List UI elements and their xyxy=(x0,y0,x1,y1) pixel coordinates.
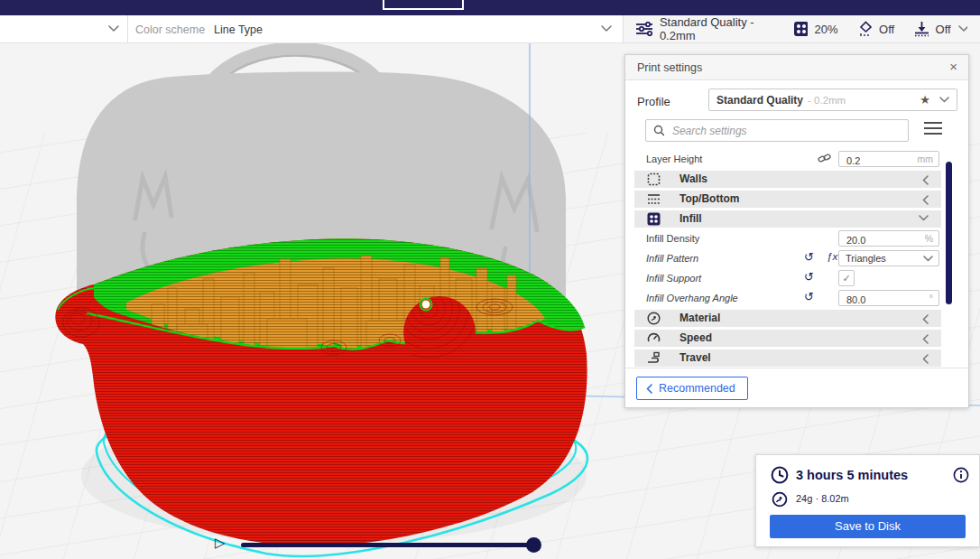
print-time-estimate: 3 hours 5 minutes xyxy=(796,468,908,482)
search-icon xyxy=(653,125,664,136)
infill-icon xyxy=(793,21,807,37)
adhesion-icon xyxy=(913,21,928,37)
function-icon[interactable]: ƒx xyxy=(827,251,837,262)
chevron-left-icon xyxy=(922,175,929,185)
play-icon[interactable]: ▷ xyxy=(215,535,226,551)
setting-row-layer-height: Layer Height mm xyxy=(625,151,968,168)
infill-density-input[interactable]: % xyxy=(838,230,939,247)
setting-label: Infill Density xyxy=(646,233,699,244)
chevron-down-icon xyxy=(919,215,929,221)
settings-list: Layer Height mm Walls xyxy=(625,151,968,368)
profile-dropdown[interactable]: Standard Quality - 0.2mm ★ xyxy=(708,89,957,111)
summary-support: Off xyxy=(879,23,894,36)
summary-infill: 20% xyxy=(815,23,838,36)
layer-slider-handle[interactable] xyxy=(526,537,541,553)
infill-pattern-value: Triangles xyxy=(846,253,886,264)
unit-label: mm xyxy=(918,154,934,164)
menu-icon[interactable] xyxy=(923,121,943,135)
unit-label: % xyxy=(925,233,933,244)
info-icon[interactable] xyxy=(953,467,969,483)
star-icon[interactable]: ★ xyxy=(920,93,930,107)
infill-overhang-value[interactable] xyxy=(845,293,911,308)
color-scheme-dropdown[interactable]: Line Type xyxy=(214,23,263,36)
panel-header: Print settings × xyxy=(625,55,968,80)
speed-icon xyxy=(647,331,661,345)
object-list-dropdown[interactable] xyxy=(0,15,127,42)
save-to-disk-button[interactable]: Save to Disk xyxy=(770,515,966,538)
category-material[interactable]: Material xyxy=(634,310,941,327)
print-settings-panel: Print settings × Profile Standard Qualit… xyxy=(624,54,969,408)
material-icon xyxy=(647,312,661,325)
recommended-label: Recommended xyxy=(659,382,735,395)
unit-label: ° xyxy=(929,293,933,303)
setting-label: Infill Overhang Angle xyxy=(646,293,738,303)
chevron-left-icon xyxy=(922,314,929,324)
support-icon xyxy=(857,21,872,37)
category-travel[interactable]: Travel xyxy=(634,349,941,367)
infill-density-value[interactable] xyxy=(845,233,911,248)
setting-label: Layer Height xyxy=(646,154,702,164)
material-spool-icon xyxy=(772,491,788,508)
setting-row-infill-pattern: Infill Pattern ↺ ƒx Triangles xyxy=(625,250,968,267)
category-label: Walls xyxy=(680,172,707,185)
category-top-bottom[interactable]: Top/Bottom xyxy=(634,191,941,208)
infill-overhang-input[interactable]: ° xyxy=(838,290,939,306)
category-label: Material xyxy=(680,312,720,324)
search-input[interactable] xyxy=(670,124,901,138)
sliders-icon xyxy=(635,22,652,36)
print-settings-summary-button[interactable]: Standard Quality - 0.2mm 20% Off Off xyxy=(623,15,980,42)
layer-slider-track[interactable] xyxy=(241,543,533,547)
close-icon[interactable]: × xyxy=(949,59,957,74)
category-walls[interactable]: Walls xyxy=(634,171,941,188)
panel-title: Print settings xyxy=(637,61,702,74)
chevron-down-icon[interactable] xyxy=(601,25,612,33)
header-stage-button-cut[interactable] xyxy=(383,0,464,10)
layer-height-value[interactable] xyxy=(845,154,911,169)
infill-icon xyxy=(647,212,661,226)
top-bottom-icon xyxy=(647,192,661,206)
profile-suffix: - 0.2mm xyxy=(808,95,846,106)
chevron-down-icon xyxy=(108,25,119,33)
output-action-panel: 3 hours 5 minutes 24g · 8.02m Save to Di… xyxy=(755,454,980,547)
travel-icon xyxy=(647,351,661,365)
reset-icon[interactable]: ↺ xyxy=(804,270,814,284)
chevron-left-icon xyxy=(646,384,652,394)
chevron-left-icon xyxy=(922,334,929,344)
chevron-down-icon xyxy=(923,256,933,262)
panel-footer: Recommended xyxy=(625,368,968,409)
recommended-mode-button[interactable]: Recommended xyxy=(636,377,748,400)
reset-icon[interactable]: ↺ xyxy=(804,290,814,303)
setting-row-infill-density: Infill Density % xyxy=(625,230,968,247)
link-icon xyxy=(818,153,831,164)
toolbar-separator xyxy=(127,15,128,42)
category-label: Speed xyxy=(680,331,712,344)
profile-label: Profile xyxy=(637,95,670,108)
walls-icon xyxy=(647,172,661,186)
reset-icon[interactable]: ↺ xyxy=(804,250,814,264)
layer-height-input[interactable]: mm xyxy=(838,151,939,167)
setting-row-infill-overhang-angle: Infill Overhang Angle ↺ ° xyxy=(625,290,968,307)
chevron-left-icon xyxy=(922,354,929,364)
color-scheme-label: Color scheme xyxy=(135,23,205,36)
settings-scrollbar[interactable] xyxy=(946,162,952,304)
category-label: Top/Bottom xyxy=(680,192,739,205)
profile-name: Standard Quality xyxy=(717,94,803,107)
chevron-left-icon xyxy=(922,195,929,205)
material-usage-estimate: 24g · 8.02m xyxy=(796,493,849,504)
setting-label: Infill Pattern xyxy=(646,253,698,264)
chevron-down-icon xyxy=(958,25,967,33)
search-settings-box[interactable] xyxy=(645,119,909,142)
category-infill[interactable]: Infill xyxy=(634,210,941,228)
category-label: Travel xyxy=(680,351,711,364)
infill-support-checkbox[interactable]: ✓ xyxy=(838,270,855,286)
clock-icon xyxy=(771,466,789,484)
summary-adhesion: Off xyxy=(936,23,951,36)
setting-row-infill-support: Infill Support ↺ ✓ xyxy=(625,270,968,287)
summary-profile: Standard Quality - 0.2mm xyxy=(660,15,774,42)
category-speed[interactable]: Speed xyxy=(634,330,941,347)
category-label: Infill xyxy=(680,212,702,225)
app-header-bar xyxy=(0,0,980,15)
setting-label: Infill Support xyxy=(646,273,701,284)
chevron-down-icon xyxy=(939,97,949,103)
infill-pattern-select[interactable]: Triangles xyxy=(838,250,939,266)
